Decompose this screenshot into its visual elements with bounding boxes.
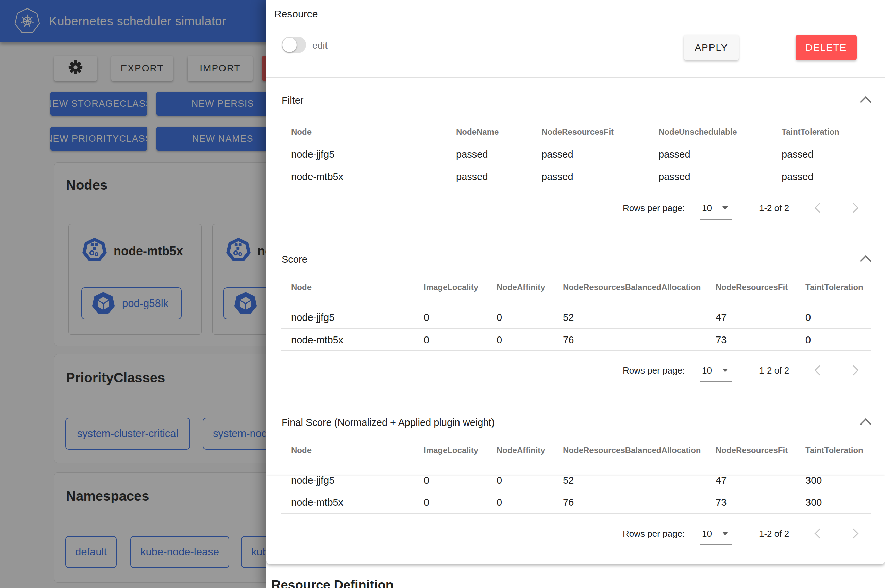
section-title: Score <box>282 255 308 264</box>
table-cell: 73 <box>716 498 727 507</box>
select-underline <box>700 544 732 545</box>
table-cell: 0 <box>497 335 502 345</box>
table-cell: 0 <box>424 498 429 507</box>
previous-page-icon[interactable] <box>814 528 825 539</box>
collapse-chevron-icon[interactable] <box>860 418 871 430</box>
table-divider <box>281 165 871 166</box>
node-name-cell: node-mtb5x <box>291 172 343 182</box>
table-header-cell: NodeUnschedulable <box>658 128 737 136</box>
node-name-cell: node-mtb5x <box>291 335 343 345</box>
previous-page-icon[interactable] <box>814 203 825 213</box>
table-header-cell: Node <box>291 446 311 454</box>
table-cell: passed <box>456 172 488 182</box>
previous-page-icon[interactable] <box>814 365 825 376</box>
pagination-range: 1-2 of 2 <box>759 366 789 375</box>
table-divider <box>281 306 871 306</box>
next-page-icon[interactable] <box>849 365 859 376</box>
table-header-cell: NodeAffinity <box>497 446 545 454</box>
table-cell: passed <box>456 150 488 159</box>
select-underline <box>700 219 732 220</box>
table-header-cell: Node <box>291 283 311 291</box>
table-cell: 0 <box>497 313 502 322</box>
table-cell: 76 <box>563 335 574 345</box>
table-cell: 0 <box>805 313 811 322</box>
table-header-cell: NodeResourcesBalancedAllocation <box>563 283 701 291</box>
table-header-cell: TaintToleration <box>781 128 840 136</box>
select-underline <box>700 381 732 382</box>
resource-definition-title: Resource Definition <box>271 578 394 588</box>
table-cell: 0 <box>424 476 429 485</box>
section-title: Filter <box>282 96 304 105</box>
table-cell: 0 <box>497 498 502 507</box>
rows-per-page-select[interactable]: 10 <box>702 204 712 212</box>
collapse-chevron-icon[interactable] <box>860 255 871 267</box>
table-cell: 47 <box>716 476 727 485</box>
rows-per-page-select[interactable]: 10 <box>702 529 712 538</box>
node-name-cell: node-mtb5x <box>291 498 343 507</box>
table-cell: 0 <box>424 335 429 345</box>
pagination-range: 1-2 of 2 <box>759 529 789 538</box>
table-header-cell: TaintToleration <box>805 283 863 291</box>
table-header-cell: NodeName <box>456 128 499 136</box>
table-cell: passed <box>541 150 574 159</box>
table-cell: 52 <box>563 313 574 322</box>
table-cell: passed <box>781 172 814 182</box>
table-header-cell: ImageLocality <box>424 446 478 454</box>
table-cell: 47 <box>716 313 727 322</box>
node-name-cell: node-jjfg5 <box>291 150 334 159</box>
table-divider <box>281 188 871 188</box>
next-page-icon[interactable] <box>849 528 859 539</box>
node-name-cell: node-jjfg5 <box>291 476 334 485</box>
table-divider <box>281 513 871 514</box>
table-divider <box>281 491 871 492</box>
table-cell: 0 <box>424 313 429 322</box>
table-cell: 76 <box>563 498 574 507</box>
table-cell: 52 <box>563 476 574 485</box>
table-cell: 73 <box>716 335 727 345</box>
table-header-cell: NodeAffinity <box>497 283 545 291</box>
dropdown-arrow-icon[interactable] <box>723 206 728 210</box>
table-divider <box>281 350 871 351</box>
page-root: Kubernetes scheduler simulator EXPORT IM… <box>0 0 885 588</box>
next-page-icon[interactable] <box>849 203 859 213</box>
table-cell: passed <box>541 172 574 182</box>
table-cell: 0 <box>497 476 502 485</box>
table-header-cell: NodeResourcesFit <box>716 446 788 454</box>
dropdown-arrow-icon[interactable] <box>723 369 728 372</box>
table-divider <box>281 469 871 470</box>
table-cell: 0 <box>805 335 811 345</box>
table-cell: passed <box>781 150 814 159</box>
dropdown-arrow-icon[interactable] <box>723 532 728 536</box>
table-header-cell: NodeResourcesFit <box>541 128 614 136</box>
table-cell: 300 <box>805 498 822 507</box>
rows-per-page-label: Rows per page: <box>623 204 685 212</box>
table-header-cell: Node <box>291 128 311 136</box>
node-name-cell: node-jjfg5 <box>291 313 334 322</box>
pagination-range: 1-2 of 2 <box>759 204 789 212</box>
drawer-sections: FilterNodeNodeNameNodeResourcesFitNodeUn… <box>266 0 885 588</box>
table-header-cell: ImageLocality <box>424 283 478 291</box>
table-header-cell: TaintToleration <box>805 446 863 454</box>
rows-per-page-label: Rows per page: <box>623 366 685 375</box>
table-cell: 300 <box>805 476 822 485</box>
table-header-cell: NodeResourcesBalancedAllocation <box>563 446 701 454</box>
table-cell: passed <box>658 150 690 159</box>
collapse-chevron-icon[interactable] <box>860 96 871 108</box>
table-header-cell: NodeResourcesFit <box>716 283 788 291</box>
section-title: Final Score (Normalized + Applied plugin… <box>282 418 494 428</box>
rows-per-page-label: Rows per page: <box>623 529 685 538</box>
rows-per-page-select[interactable]: 10 <box>702 366 712 375</box>
table-cell: passed <box>658 172 690 182</box>
resource-drawer: Resource edit APPLY DELETE FilterNodeNod… <box>266 0 885 588</box>
